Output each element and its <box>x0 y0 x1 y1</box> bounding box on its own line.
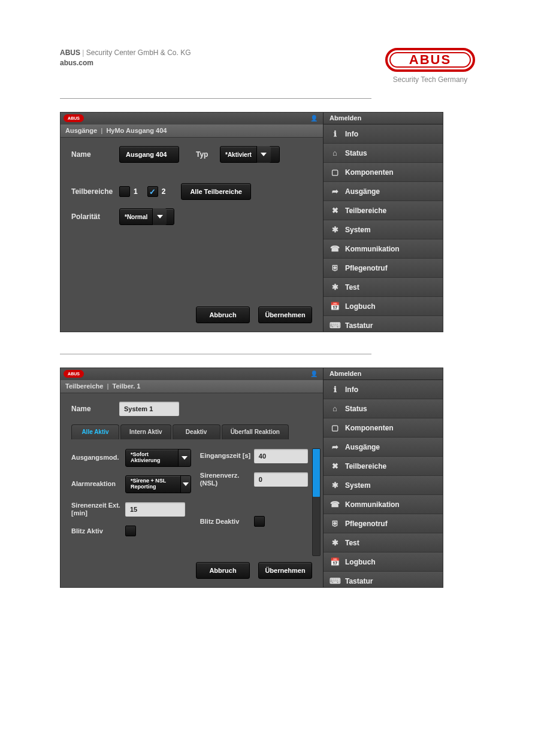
logout-link[interactable]: Abmelden <box>324 113 443 125</box>
sidebar-item-info[interactable]: ℹInfo <box>324 125 443 144</box>
gear-icon: ✱ <box>330 224 340 235</box>
sidebar-item-kommunikation[interactable]: ☎Kommunikation <box>324 495 443 514</box>
alarmreaktion-select[interactable]: *Sirene + NSL Reporting <box>125 475 191 493</box>
sidebar-item-status[interactable]: ⌂Status <box>324 399 443 418</box>
breadcrumb-page: Teilber. 1 <box>113 382 141 390</box>
sidebar-item-logbuch[interactable]: 📅Logbuch <box>324 552 443 572</box>
sidebar-item-pflegenotruf[interactable]: ⛨Pflegenotruf <box>324 259 443 278</box>
home-icon: ⌂ <box>330 148 340 159</box>
header-company-block: ABUS | Security Center GmbH & Co. KG abu… <box>60 48 191 68</box>
bed-icon: ⛨ <box>330 263 340 274</box>
component-icon: ▢ <box>330 167 340 178</box>
tagline: Security Tech Germany <box>385 75 475 84</box>
blitz-aktiv-checkbox[interactable] <box>125 526 136 536</box>
mini-abus-logo: ABUS <box>64 370 84 378</box>
sirenenverz-input[interactable]: 0 <box>254 472 308 487</box>
sidebar-item-status[interactable]: ⌂Status <box>324 144 443 163</box>
sidebar-item-kommunikation[interactable]: ☎Kommunikation <box>324 239 443 259</box>
teilbereich-1-checkbox[interactable] <box>119 186 130 197</box>
sidebar-item-test[interactable]: ✱Test <box>324 278 443 297</box>
sirenenzeit-label: Sirenenzeit Ext. [min] <box>71 502 125 517</box>
sidebar-item-system[interactable]: ✱System <box>324 220 443 239</box>
ausgangsmod-select[interactable]: *Sofort Aktivierung <box>125 449 191 467</box>
name-input[interactable]: Ausgang 404 <box>119 146 179 163</box>
user-icon[interactable]: 👤 <box>310 370 318 378</box>
apply-button[interactable]: Übernehmen <box>258 306 312 323</box>
typ-select[interactable]: *Aktiviert <box>220 146 280 163</box>
gear-icon: ✱ <box>330 480 340 491</box>
cancel-button[interactable]: Abbruch <box>196 306 250 323</box>
polaritaet-label: Polarität <box>71 212 119 221</box>
website: abus.com <box>60 58 191 68</box>
blitz-deaktiv-label: Blitz Deaktiv <box>200 518 254 526</box>
ausgangsmod-label: Ausgangsmod. <box>71 454 125 462</box>
divider <box>60 98 371 99</box>
bed-icon: ⛨ <box>330 518 340 529</box>
sidebar-item-system[interactable]: ✱System <box>324 476 443 495</box>
apply-button[interactable]: Übernehmen <box>258 562 312 579</box>
sidebar-item-test[interactable]: ✱Test <box>324 533 443 552</box>
sidebar-item-tastatur[interactable]: ⌨Tastatur <box>324 316 443 332</box>
phone-icon: ☎ <box>330 499 340 510</box>
sidebar-item-info[interactable]: ℹInfo <box>324 380 443 399</box>
blitz-deaktiv-checkbox[interactable] <box>254 516 265 527</box>
teilbereich-2-checkbox[interactable] <box>147 186 158 197</box>
sidebar-nav: Abmelden ℹInfo ⌂Status ▢Komponenten ➦Aus… <box>323 368 443 587</box>
user-icon[interactable]: 👤 <box>310 114 318 122</box>
sidebar-item-teilbereiche[interactable]: ✖Teilbereiche <box>324 201 443 220</box>
blitz-aktiv-label: Blitz Aktiv <box>71 527 125 535</box>
keyboard-icon: ⌨ <box>330 320 340 331</box>
component-icon: ▢ <box>330 423 340 433</box>
calendar-icon: 📅 <box>330 301 340 312</box>
keyboard-icon: ⌨ <box>330 576 340 587</box>
alarmreaktion-label: Alarmreaktion <box>71 480 125 488</box>
phone-icon: ☎ <box>330 244 340 254</box>
scrollbar-thumb[interactable] <box>313 449 320 497</box>
sidebar-item-pflegenotruf[interactable]: ⛨Pflegenotruf <box>324 514 443 533</box>
sidebar-item-ausgaenge[interactable]: ➦Ausgänge <box>324 438 443 457</box>
chevron-down-icon <box>180 476 191 493</box>
app-titlebar: ABUS 👤 <box>61 368 323 380</box>
sirenenverz-label: Sirenenverz. (NSL) <box>200 472 254 487</box>
chevron-down-icon <box>152 208 167 225</box>
scrollbar[interactable] <box>312 448 321 556</box>
sidebar-item-komponenten[interactable]: ▢Komponenten <box>324 418 443 438</box>
area-icon: ✖ <box>330 205 340 216</box>
teilbereich-2-label: 2 <box>162 187 166 196</box>
breadcrumb-section: Ausgänge <box>65 127 97 134</box>
sidebar-nav: Abmelden ℹInfo ⌂Status ▢Komponenten ➦Aus… <box>323 113 443 332</box>
logout-link[interactable]: Abmelden <box>324 368 443 380</box>
chevron-down-icon <box>256 146 271 163</box>
eingangszeit-input[interactable]: 40 <box>254 449 308 463</box>
sidebar-item-tastatur[interactable]: ⌨Tastatur <box>324 572 443 588</box>
tab-deaktiv[interactable]: Deaktiv <box>173 424 220 439</box>
breadcrumb-section: Teilbereiche <box>65 382 103 390</box>
name-label: Name <box>71 405 119 413</box>
mini-abus-logo: ABUS <box>64 114 84 122</box>
polaritaet-select[interactable]: *Normal <box>119 208 174 225</box>
company-name: Security Center GmbH & Co. KG <box>86 48 191 57</box>
document-header: ABUS | Security Center GmbH & Co. KG abu… <box>60 48 475 84</box>
tab-intern-aktiv[interactable]: Intern Aktiv <box>120 424 171 439</box>
screenshot-teilbereiche: ABUS 👤 Teilbereiche | Teilber. 1 Name Sy… <box>60 368 443 588</box>
alle-teilbereiche-button[interactable]: Alle Teilbereiche <box>181 183 251 200</box>
sidebar-item-komponenten[interactable]: ▢Komponenten <box>324 163 443 182</box>
sirenenzeit-input[interactable]: 15 <box>125 502 185 517</box>
tab-alle-aktiv[interactable]: Alle Aktiv <box>71 424 119 439</box>
app-titlebar: ABUS 👤 <box>61 113 323 125</box>
test-icon: ✱ <box>330 282 340 293</box>
tab-ueberfall-reaktion[interactable]: Überfall Reaktion <box>222 424 289 439</box>
sidebar-item-logbuch[interactable]: 📅Logbuch <box>324 297 443 316</box>
name-input[interactable]: System 1 <box>119 402 179 416</box>
sidebar-item-ausgaenge[interactable]: ➦Ausgänge <box>324 182 443 201</box>
sidebar-item-teilbereiche[interactable]: ✖Teilbereiche <box>324 457 443 476</box>
divider <box>60 354 371 354</box>
info-icon: ℹ <box>330 384 340 395</box>
breadcrumb-page: HyMo Ausgang 404 <box>106 127 167 134</box>
calendar-icon: 📅 <box>330 557 340 567</box>
info-icon: ℹ <box>330 129 340 139</box>
home-icon: ⌂ <box>330 403 340 414</box>
test-icon: ✱ <box>330 538 340 548</box>
cancel-button[interactable]: Abbruch <box>196 562 250 579</box>
breadcrumb: Ausgänge | HyMo Ausgang 404 <box>61 125 323 138</box>
